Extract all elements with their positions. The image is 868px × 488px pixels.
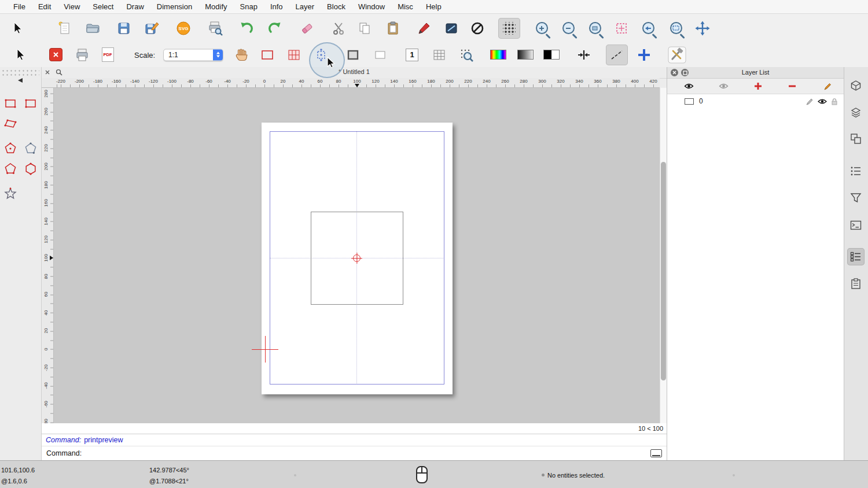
redraw-button[interactable] — [610, 18, 632, 39]
drawing-canvas[interactable] — [54, 88, 660, 423]
collapse-dock-button[interactable] — [13, 76, 28, 84]
menu-edit[interactable]: Edit — [32, 2, 57, 11]
paste-button[interactable] — [382, 18, 404, 39]
tool-polygon-vertices[interactable] — [23, 161, 39, 177]
undo-button[interactable] — [236, 18, 258, 39]
light-page-button[interactable] — [369, 45, 391, 65]
pdf-icon: PDF — [102, 47, 114, 62]
tool-star[interactable] — [2, 186, 19, 202]
edit-layer-button[interactable] — [821, 80, 834, 92]
zoom-in-button[interactable] — [531, 18, 553, 39]
tile-pages-button[interactable] — [283, 45, 305, 65]
tool-rectangle-2-corners[interactable] — [23, 95, 39, 112]
layer-list-panel: Layer List 0 — [667, 67, 844, 460]
page-outline-button[interactable] — [256, 45, 278, 65]
dark-page-button[interactable] — [342, 45, 364, 65]
zoom-auto-icon — [589, 22, 601, 34]
save-button[interactable] — [113, 18, 135, 39]
dock-blocks-button[interactable] — [847, 130, 865, 147]
menu-layer[interactable]: Layer — [289, 2, 321, 11]
menu-misc[interactable]: Misc — [391, 2, 420, 11]
redo-button[interactable] — [263, 18, 285, 39]
layer-color-swatch[interactable] — [685, 98, 694, 105]
new-document-button[interactable] — [54, 18, 76, 39]
zoom-grid-button[interactable] — [455, 45, 477, 65]
crosshair-plus-button[interactable] — [633, 45, 655, 65]
keyboard-toggle-icon[interactable] — [650, 449, 662, 457]
zoom-previous-button[interactable] — [637, 18, 659, 39]
ruler-v-label: -20 — [43, 362, 49, 374]
menu-dimension[interactable]: Dimension — [150, 2, 198, 11]
layer-row[interactable]: 0 — [667, 94, 844, 108]
menu-help[interactable]: Help — [420, 2, 448, 11]
scale-select[interactable]: 1:1 — [163, 49, 223, 61]
add-layer-button[interactable] — [752, 80, 764, 92]
cut-button[interactable] — [328, 18, 350, 39]
grid-toggle-button[interactable] — [498, 18, 520, 39]
print-preview-button[interactable] — [204, 18, 226, 39]
menu-block[interactable]: Block — [321, 2, 352, 11]
zoom-window-button[interactable] — [665, 18, 687, 39]
menu-modify[interactable]: Modify — [198, 2, 233, 11]
tool-polygon-2-corners[interactable] — [23, 141, 39, 157]
pan-hand-button[interactable] — [230, 45, 252, 65]
remove-layer-button[interactable] — [786, 80, 799, 92]
tool-rectangle[interactable] — [2, 95, 19, 112]
dock-drag-handle[interactable] — [1, 69, 39, 76]
dock-command-line-button[interactable] — [847, 216, 865, 234]
hide-all-layers-button[interactable] — [717, 80, 730, 92]
menu-select[interactable]: Select — [86, 2, 120, 11]
grid-table-button[interactable] — [428, 45, 450, 65]
layer-edit-pencil-icon[interactable] — [806, 98, 814, 105]
copy-button[interactable] — [354, 18, 376, 39]
fit-width-button[interactable] — [573, 45, 595, 65]
zoom-auto-button[interactable] — [584, 18, 606, 39]
dock-filter-button[interactable] — [847, 189, 865, 206]
table-grid-icon — [432, 47, 447, 62]
dock-3d-view-button[interactable] — [847, 77, 865, 94]
menu-view[interactable]: View — [57, 2, 86, 11]
dock-clipboard-button[interactable] — [847, 275, 865, 293]
command-input[interactable] — [84, 449, 650, 458]
scale-stepper-icon[interactable] — [213, 49, 223, 60]
line-style-button[interactable] — [606, 45, 628, 65]
tool-parallelogram[interactable] — [2, 116, 19, 132]
menu-window[interactable]: Window — [352, 2, 391, 11]
layer-lock-icon[interactable] — [831, 98, 838, 105]
select-tool-button-2[interactable] — [9, 45, 31, 65]
left-triangle-icon — [18, 78, 23, 83]
export-pdf-button[interactable]: PDF — [97, 45, 119, 65]
entity-properties-button[interactable] — [440, 18, 462, 39]
tool-polygon-center-corner[interactable] — [2, 141, 19, 157]
vertical-scrollbar-thumb[interactable] — [661, 162, 666, 380]
export-svg-button[interactable]: SVG — [172, 18, 194, 39]
dock-layers-button[interactable] — [847, 104, 865, 121]
ruler-v-label: 280 — [43, 88, 49, 99]
delete-button[interactable] — [296, 18, 318, 39]
save-as-button[interactable] — [141, 18, 163, 39]
pen-attributes-button[interactable] — [413, 18, 435, 39]
menu-draw[interactable]: Draw — [120, 2, 150, 11]
black-white-button[interactable] — [540, 45, 562, 65]
color-palette-button[interactable] — [487, 45, 509, 65]
ruler-h-label: 80 — [336, 79, 341, 84]
layer-visibility-eye-icon[interactable] — [818, 98, 827, 105]
tools-settings-button[interactable] — [666, 45, 688, 65]
menu-snap[interactable]: Snap — [234, 2, 264, 11]
tool-polygon-side[interactable] — [2, 161, 19, 177]
print-button[interactable] — [71, 45, 93, 65]
open-file-button[interactable] — [82, 18, 104, 39]
select-tool-button[interactable] — [6, 18, 28, 39]
show-all-layers-button[interactable] — [682, 80, 695, 92]
no-fill-button[interactable] — [466, 18, 488, 39]
dock-entity-list-button[interactable] — [847, 162, 865, 180]
menu-file[interactable]: File — [7, 2, 32, 11]
grayscale-button[interactable] — [514, 45, 536, 65]
zoom-pan-button[interactable] — [692, 18, 713, 39]
zoom-out-button[interactable] — [557, 18, 579, 39]
close-print-preview-button[interactable] — [45, 45, 67, 65]
ruler-h-label: 240 — [483, 79, 490, 84]
dock-layer-list-button[interactable] — [847, 248, 865, 265]
menu-info[interactable]: Info — [264, 2, 289, 11]
page-number-button[interactable]: 1 — [401, 45, 423, 65]
